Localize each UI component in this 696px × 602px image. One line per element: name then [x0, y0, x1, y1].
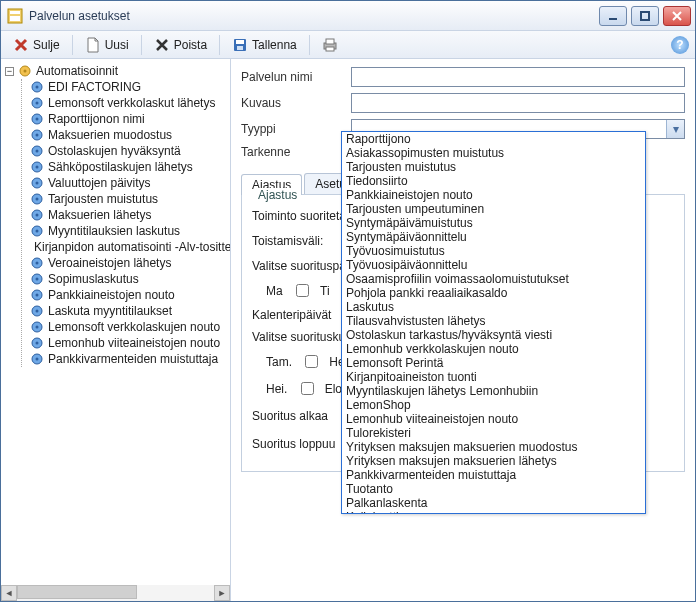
scroll-track[interactable] — [17, 585, 214, 601]
tree-item[interactable]: Tarjousten muistutus — [28, 191, 228, 207]
dropdown-option[interactable]: Asiakassopimusten muistutus — [342, 146, 645, 160]
dropdown-option[interactable]: Työvuosimuistutus — [342, 244, 645, 258]
delete-label: Poista — [174, 38, 207, 52]
window: Palvelun asetukset Sulje Uusi Poista Tal… — [0, 0, 696, 602]
svg-point-36 — [36, 262, 39, 265]
tree-item[interactable]: Pankkivarmenteiden muistuttaja — [28, 351, 228, 367]
tree-item-label: Valuuttojen päivitys — [48, 176, 151, 190]
dropdown-option[interactable]: Pankkivarmenteiden muistuttaja — [342, 468, 645, 482]
dropdown-option[interactable]: Palkanlaskenta — [342, 496, 645, 510]
tree-item[interactable]: Kirjanpidon automatisointi -Alv-tosittee… — [28, 239, 228, 255]
scroll-right-button[interactable]: ► — [214, 585, 230, 601]
print-button[interactable] — [316, 35, 344, 55]
mon-hei-checkbox[interactable] — [301, 382, 314, 395]
dropdown-option[interactable]: Lemonhub viiteaineistojen nouto — [342, 412, 645, 426]
dropdown-option[interactable]: Tilausvahvistusten lähetys — [342, 314, 645, 328]
tree-item-label: Maksuerien muodostus — [48, 128, 172, 142]
dropdown-option[interactable]: Lemonhub verkkolaskujen nouto — [342, 342, 645, 356]
tree-item[interactable]: Ostolaskujen hyväksyntä — [28, 143, 228, 159]
dropdown-option[interactable]: LemonShop — [342, 398, 645, 412]
delete-button[interactable]: Poista — [148, 35, 213, 55]
tree-item[interactable]: EDI FACTORING — [28, 79, 228, 95]
tree-item[interactable]: Sähköpostilaskujen lähetys — [28, 159, 228, 175]
dropdown-option[interactable]: Tulorekisteri — [342, 426, 645, 440]
dropdown-option[interactable]: Lemonsoft Perintä — [342, 356, 645, 370]
day-ma-checkbox[interactable] — [296, 284, 309, 297]
svg-point-20 — [36, 134, 39, 137]
dropdown-option[interactable]: Laskutus — [342, 300, 645, 314]
svg-rect-9 — [326, 39, 334, 44]
dropdown-option[interactable]: Kellokortti — [342, 510, 645, 514]
close-window-button[interactable] — [663, 6, 691, 26]
tree-item[interactable]: Veroaineistojen lähetys — [28, 255, 228, 271]
close-button[interactable]: Sulje — [7, 35, 66, 55]
tree-item[interactable]: Lemonhub viiteaineistojen nouto — [28, 335, 228, 351]
new-button[interactable]: Uusi — [79, 35, 135, 55]
svg-rect-7 — [237, 46, 243, 50]
name-input[interactable] — [351, 67, 685, 87]
dropdown-option[interactable]: Raporttijono — [342, 132, 645, 146]
dropdown-option[interactable]: Pankkiaineistojen nouto — [342, 188, 645, 202]
horizontal-scrollbar[interactable]: ◄ ► — [1, 585, 230, 601]
dropdown-option[interactable]: Myyntilaskujen lähetys Lemonhubiin — [342, 384, 645, 398]
tree-item[interactable]: Pankkiaineistojen nouto — [28, 287, 228, 303]
type-dropdown-list[interactable]: RaporttijonoAsiakassopimusten muistutusT… — [341, 131, 646, 514]
dropdown-option[interactable]: Tarjousten umpeutuminen — [342, 202, 645, 216]
dropdown-option[interactable]: Kirjanpitoaineiston tuonti — [342, 370, 645, 384]
svg-point-48 — [36, 358, 39, 361]
collapse-icon[interactable]: − — [5, 67, 14, 76]
tree-item-label: EDI FACTORING — [48, 80, 141, 94]
service-icon — [30, 144, 44, 158]
tree-item[interactable]: Laskuta myyntitilaukset — [28, 303, 228, 319]
tree-item[interactable]: Sopimuslaskutus — [28, 271, 228, 287]
scroll-thumb[interactable] — [17, 585, 137, 599]
close-label: Sulje — [33, 38, 60, 52]
svg-point-22 — [36, 150, 39, 153]
dropdown-option[interactable]: Tuotanto — [342, 482, 645, 496]
tree-item[interactable]: Lemonsoft verkkolaskujen nouto — [28, 319, 228, 335]
x-icon — [13, 37, 29, 53]
tree-item[interactable]: Valuuttojen päivitys — [28, 175, 228, 191]
svg-point-16 — [36, 102, 39, 105]
tree-item[interactable]: Maksuerien lähetys — [28, 207, 228, 223]
scroll-left-button[interactable]: ◄ — [1, 585, 17, 601]
tree-item-label: Pankkiaineistojen nouto — [48, 288, 175, 302]
tree-root[interactable]: − Automatisoinnit — [3, 63, 228, 79]
tree-item-label: Maksuerien lähetys — [48, 208, 151, 222]
mon-tam-checkbox[interactable] — [305, 355, 318, 368]
save-button[interactable]: Tallenna — [226, 35, 303, 55]
dropdown-option[interactable]: Pohjola pankki reaaliaikasaldo — [342, 286, 645, 300]
service-icon — [30, 256, 44, 270]
name-label: Palvelun nimi — [241, 70, 351, 84]
day-ti-label: Ti — [320, 284, 330, 298]
service-icon — [30, 224, 44, 238]
dropdown-option[interactable]: Ostolaskun tarkastus/hyväksyntä viesti — [342, 328, 645, 342]
tree-item[interactable]: Myyntitilauksien laskutus — [28, 223, 228, 239]
dropdown-option[interactable]: Tarjousten muistutus — [342, 160, 645, 174]
dropdown-option[interactable]: Tiedonsiirto — [342, 174, 645, 188]
service-icon — [30, 112, 44, 126]
dropdown-option[interactable]: Osaamisprofiilin voimassaolomuistutukset — [342, 272, 645, 286]
save-label: Tallenna — [252, 38, 297, 52]
minimize-button[interactable] — [599, 6, 627, 26]
tree-item[interactable]: Maksuerien muodostus — [28, 127, 228, 143]
dropdown-option[interactable]: Syntymäpäivämuistutus — [342, 216, 645, 230]
tree-item-label: Lemonsoft verkkolaskut lähetys — [48, 96, 215, 110]
desc-input[interactable] — [351, 93, 685, 113]
svg-rect-6 — [236, 40, 244, 44]
titlebar: Palvelun asetukset — [1, 1, 695, 31]
document-icon — [85, 37, 101, 53]
maximize-button[interactable] — [631, 6, 659, 26]
help-button[interactable]: ? — [671, 36, 689, 54]
chevron-down-icon[interactable]: ▾ — [666, 120, 684, 138]
tree-item[interactable]: Lemonsoft verkkolaskut lähetys — [28, 95, 228, 111]
dropdown-option[interactable]: Työvuosipäiväonnittelu — [342, 258, 645, 272]
day-ma-label: Ma — [266, 284, 283, 298]
dropdown-option[interactable]: Yrityksen maksujen maksuerien lähetys — [342, 454, 645, 468]
tree-item[interactable]: Raporttijonon nimi — [28, 111, 228, 127]
svg-point-32 — [36, 230, 39, 233]
dropdown-option[interactable]: Yrityksen maksujen maksuerien muodostus — [342, 440, 645, 454]
tree-item-label: Kirjanpidon automatisointi -Alv-tosittee… — [34, 240, 231, 254]
svg-point-18 — [36, 118, 39, 121]
dropdown-option[interactable]: Syntymäpäiväonnittelu — [342, 230, 645, 244]
